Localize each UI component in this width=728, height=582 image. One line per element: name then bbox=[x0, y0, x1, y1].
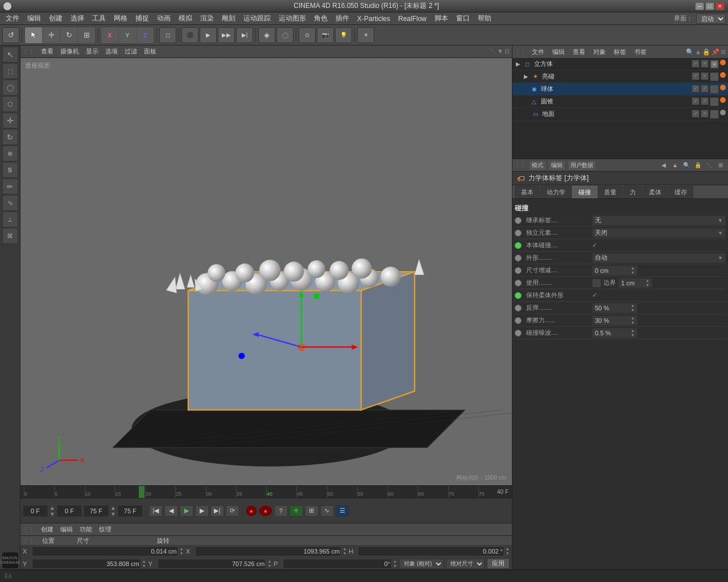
coord-mode-select[interactable]: 对象 (相对) bbox=[399, 559, 444, 569]
sphere-dot[interactable] bbox=[720, 85, 726, 90]
obj-menu-file[interactable]: 文件 bbox=[530, 47, 547, 57]
coord-ys-spin[interactable]: ▲▼ bbox=[267, 559, 271, 568]
cube-vis[interactable]: ✓ bbox=[692, 60, 700, 68]
cone-vis[interactable]: ✓ bbox=[692, 97, 700, 105]
sphere-check3[interactable] bbox=[710, 85, 719, 94]
timeline[interactable]: 0 5 10 15 20 25 30 35 40 45 50 55 60 65 … bbox=[20, 485, 512, 498]
menu-character[interactable]: 角色 bbox=[311, 13, 331, 24]
coord-xs-spin[interactable]: ▲▼ bbox=[342, 547, 346, 556]
coord-y-pos[interactable] bbox=[32, 559, 141, 569]
coord-unit-select[interactable]: 绝对尺寸 bbox=[446, 559, 485, 569]
timeline-button[interactable]: ☰ bbox=[336, 505, 349, 517]
obj-row-floor[interactable]: ▭ 地面 ✓ ✓ bbox=[512, 108, 728, 120]
menu-file[interactable]: 文件 bbox=[2, 13, 23, 24]
coord-tab-pos[interactable]: 位置 bbox=[40, 537, 57, 545]
light-button[interactable]: 💡 bbox=[335, 27, 352, 43]
play-button[interactable]: ▶ bbox=[180, 505, 193, 517]
friction-spinner[interactable]: 30 % ▲ ▼ bbox=[592, 315, 638, 326]
scale-button[interactable]: ⊞ bbox=[78, 27, 95, 43]
axis-y-button[interactable]: Y bbox=[119, 27, 136, 43]
menu-motiontrack[interactable]: 运动跟踪 bbox=[240, 13, 274, 24]
tool-arrow[interactable]: ↖ bbox=[2, 47, 18, 63]
end-preview-input[interactable] bbox=[84, 505, 109, 517]
menu-create[interactable]: 创建 bbox=[46, 13, 66, 24]
use-check[interactable] bbox=[592, 278, 601, 288]
light-render[interactable]: ✓ bbox=[701, 72, 709, 80]
vp-menu-view[interactable]: 查看 bbox=[39, 47, 56, 56]
coord-x-size[interactable] bbox=[195, 546, 342, 556]
menu-render[interactable]: 渲染 bbox=[197, 13, 217, 24]
axis-x-button[interactable]: X bbox=[101, 27, 118, 43]
border-up[interactable]: ▲ bbox=[646, 278, 650, 283]
goto-start-button[interactable]: |◀ bbox=[149, 505, 163, 517]
end-frame-input[interactable] bbox=[118, 505, 143, 517]
bt-edit[interactable]: 编辑 bbox=[58, 525, 75, 534]
bounce-spinner[interactable]: 50 % ▲ ▼ bbox=[592, 303, 638, 313]
shape-dropdown[interactable]: 自动 ▼ bbox=[592, 253, 726, 263]
cube-expand[interactable]: ▶ bbox=[515, 61, 522, 68]
sizeinc-dn[interactable]: ▼ bbox=[631, 271, 635, 275]
light-vis[interactable]: ✓ bbox=[692, 72, 700, 80]
border-arrows[interactable]: ▲ ▼ bbox=[646, 278, 650, 288]
tab-collision[interactable]: 碰撞 bbox=[572, 186, 597, 198]
bt-texture[interactable]: 纹理 bbox=[97, 525, 114, 534]
bt-create[interactable]: 创建 bbox=[39, 525, 56, 534]
floor-expand[interactable] bbox=[523, 111, 530, 118]
independent-dropdown[interactable]: 关闭 ▼ bbox=[592, 228, 726, 238]
track-button[interactable]: ⊞ bbox=[305, 505, 318, 517]
minimize-button[interactable]: ─ bbox=[695, 2, 704, 10]
cube-render[interactable]: ✓ bbox=[701, 60, 709, 68]
loop-button[interactable]: ⟳ bbox=[226, 505, 239, 517]
menu-tools[interactable]: 工具 bbox=[89, 13, 109, 24]
menu-mesh[interactable]: 网格 bbox=[110, 13, 131, 24]
menu-edit[interactable]: 编辑 bbox=[24, 13, 44, 24]
props-fwd-icon[interactable]: ▲ bbox=[670, 160, 680, 171]
perspective-button[interactable]: ◈ bbox=[258, 27, 275, 43]
vp-menu-display[interactable]: 显示 bbox=[84, 47, 101, 56]
menu-sculpt[interactable]: 雕刻 bbox=[218, 13, 239, 24]
fcurve-button[interactable]: ∿ bbox=[320, 505, 334, 517]
vp-icon-dots[interactable]: ⋱ bbox=[490, 48, 496, 55]
vp-menu-options[interactable]: 选项 bbox=[103, 47, 120, 56]
tab-dynamics[interactable]: 动力学 bbox=[540, 186, 572, 198]
independent-radio[interactable] bbox=[515, 230, 522, 236]
start-frame-input[interactable] bbox=[57, 505, 82, 517]
obj-pin-icon[interactable]: 📌 bbox=[712, 48, 719, 56]
obj-row-cone[interactable]: △ 圆锥 ✓ ✓ bbox=[512, 95, 728, 108]
tab-cache[interactable]: 缓存 bbox=[668, 186, 693, 198]
obj-row-light[interactable]: ▶ ☀ 亮碰 ✓ ✓ bbox=[512, 70, 728, 83]
tool-move[interactable]: ✛ bbox=[2, 113, 18, 128]
menu-mograph[interactable]: 运动图形 bbox=[275, 13, 309, 24]
tool-spline[interactable]: ∿ bbox=[2, 195, 18, 211]
record2-button[interactable]: ● bbox=[259, 505, 272, 517]
viewport[interactable]: 透视视图 bbox=[20, 58, 512, 485]
floor-check3[interactable] bbox=[710, 110, 719, 119]
obj-menu-view[interactable]: 查看 bbox=[570, 47, 588, 57]
bounce-radio[interactable] bbox=[515, 305, 522, 311]
border-spinner[interactable]: 1 cm ▲ ▼ bbox=[618, 278, 652, 288]
tab-force[interactable]: 力 bbox=[623, 186, 642, 198]
cone-check3[interactable] bbox=[710, 97, 719, 106]
menu-xparticles[interactable]: X-Particles bbox=[354, 14, 394, 24]
apply-button[interactable]: 应用 bbox=[487, 558, 510, 569]
render-sequence-button[interactable]: ▶| bbox=[236, 27, 253, 43]
obj-menu-tags[interactable]: 标签 bbox=[611, 47, 628, 57]
undo-button[interactable]: ↺ bbox=[2, 27, 19, 43]
render-active-button[interactable]: ▶ bbox=[200, 27, 217, 43]
coord-x-spin[interactable]: ▲▼ bbox=[180, 547, 184, 556]
obj-lock-icon[interactable]: 🔒 bbox=[702, 48, 710, 56]
tool-s[interactable]: S bbox=[2, 162, 18, 178]
menu-script[interactable]: 脚本 bbox=[431, 13, 452, 24]
render-all-button[interactable]: ▶▶ bbox=[218, 27, 235, 43]
border-dn[interactable]: ▼ bbox=[646, 283, 650, 288]
props-edit[interactable]: 编辑 bbox=[549, 161, 565, 170]
props-grid-icon[interactable]: ⊞ bbox=[715, 160, 726, 171]
inherit-radio[interactable] bbox=[515, 217, 522, 224]
props-lock-icon[interactable]: 🔒 bbox=[693, 160, 703, 171]
bounce-arrows[interactable]: ▲ ▼ bbox=[631, 304, 635, 313]
obj-grid-icon[interactable]: ⊞ bbox=[721, 48, 726, 56]
current-frame-input[interactable] bbox=[23, 505, 48, 517]
null-button[interactable]: ⊙ bbox=[299, 27, 316, 43]
menu-window[interactable]: 窗口 bbox=[453, 13, 473, 24]
tool-rotate[interactable]: ↻ bbox=[2, 129, 18, 145]
